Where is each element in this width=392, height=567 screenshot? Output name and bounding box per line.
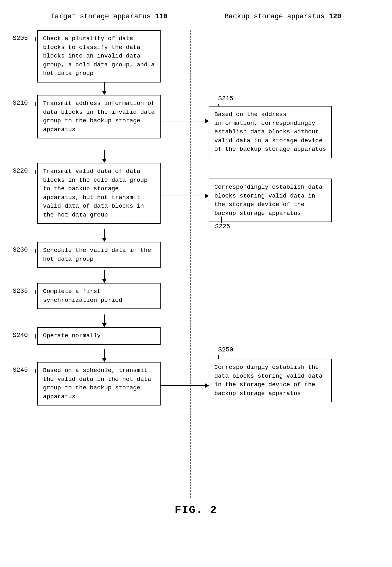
arrow-s220-s225	[160, 193, 211, 201]
s225-box: Correspondingly establish data blocks st…	[209, 179, 332, 222]
s210-label: S210	[13, 95, 35, 107]
left-column-header: Target storage apparatus 110	[51, 13, 168, 21]
s245-text: Based on a schedule, transmit the valid …	[43, 367, 151, 400]
s245-row: S245 Based on a schedule, transmit the v…	[13, 362, 161, 405]
s240-row: S240 Operate normally	[13, 327, 161, 345]
s215-box-row: Based on the address information, corres…	[209, 106, 332, 158]
vertical-divider	[190, 30, 191, 498]
s240-label: S240	[13, 327, 35, 339]
s220-row: S220 Transmit valid data of data blocks …	[13, 163, 161, 224]
s210-text: Transmit address information of data blo…	[43, 100, 155, 133]
svg-marker-1	[102, 91, 107, 95]
s215-text: Based on the address information, corres…	[214, 111, 326, 153]
right-col-label: Backup storage apparatus	[224, 13, 325, 21]
arrow-s220-s230	[101, 229, 107, 243]
right-col-number: 120	[329, 13, 341, 21]
svg-marker-11	[102, 279, 107, 283]
s205-text: Check a plurality of data blocks to clas…	[43, 35, 155, 77]
s220-label: S220	[13, 163, 35, 174]
s235-text: Complete a first synchronization period	[43, 288, 122, 304]
s210-row: S210 Transmit address information of dat…	[13, 95, 161, 138]
s225-box-row: Correspondingly establish data blocks st…	[209, 179, 332, 222]
s250-label: S250	[218, 346, 233, 353]
s235-label: S235	[13, 283, 35, 295]
s205-box: Check a plurality of data blocks to clas…	[37, 30, 161, 82]
right-column-header: Backup storage apparatus 120	[224, 13, 341, 21]
s240-box: Operate normally	[37, 327, 161, 345]
s220-box: Transmit valid data of data blocks in th…	[37, 163, 161, 224]
arrow-s230-s235	[101, 270, 107, 284]
s250-box: Correspondingly establish the data block…	[209, 359, 332, 402]
s205-label: S205	[13, 30, 35, 42]
s230-row: S230 Schedule the valid data in the hot …	[13, 242, 161, 268]
s225-label-area: S225	[221, 216, 230, 230]
s235-row: S235 Complete a first synchronization pe…	[13, 283, 161, 309]
svg-marker-15	[102, 358, 107, 362]
s245-box: Based on a schedule, transmit the valid …	[37, 362, 161, 405]
arrow-s210-s215	[160, 118, 211, 126]
s215-label: S215	[218, 95, 233, 102]
s210-box: Transmit address information of data blo…	[37, 95, 161, 138]
s245-label: S245	[13, 362, 35, 374]
arrow-s205-s210	[101, 82, 107, 96]
s230-text: Schedule the valid data in the hot data …	[43, 247, 151, 263]
s225-label: S225	[215, 223, 230, 230]
figure-caption: FIG. 2	[6, 504, 386, 516]
left-col-number: 110	[155, 13, 168, 21]
s205-row: S205 Check a plurality of data blocks to…	[13, 30, 161, 82]
svg-marker-13	[102, 323, 107, 327]
page: Target storage apparatus 110 Backup stor…	[0, 0, 392, 567]
arrow-s245-s250	[160, 382, 211, 390]
diagram-container: S205 Check a plurality of data blocks to…	[13, 30, 379, 498]
arrow-s235-s240	[101, 314, 107, 329]
svg-marker-5	[102, 159, 107, 163]
s225-text: Correspondingly establish data blocks st…	[214, 184, 322, 217]
arrow-s210-s220	[101, 150, 107, 164]
arrow-s240-s245	[101, 349, 107, 363]
s215-box: Based on the address information, corres…	[209, 106, 332, 158]
header-row: Target storage apparatus 110 Backup stor…	[6, 13, 386, 21]
s250-box-row: Correspondingly establish the data block…	[209, 359, 332, 402]
s240-text: Operate normally	[43, 332, 101, 339]
left-col-label: Target storage apparatus	[51, 13, 151, 21]
svg-marker-9	[102, 238, 107, 242]
s230-box: Schedule the valid data in the hot data …	[37, 242, 161, 268]
s230-label: S230	[13, 242, 35, 253]
s235-box: Complete a first synchronization period	[37, 283, 161, 309]
s220-text: Transmit valid data of data blocks in th…	[43, 168, 148, 218]
s250-text: Correspondingly establish the data block…	[214, 364, 322, 397]
